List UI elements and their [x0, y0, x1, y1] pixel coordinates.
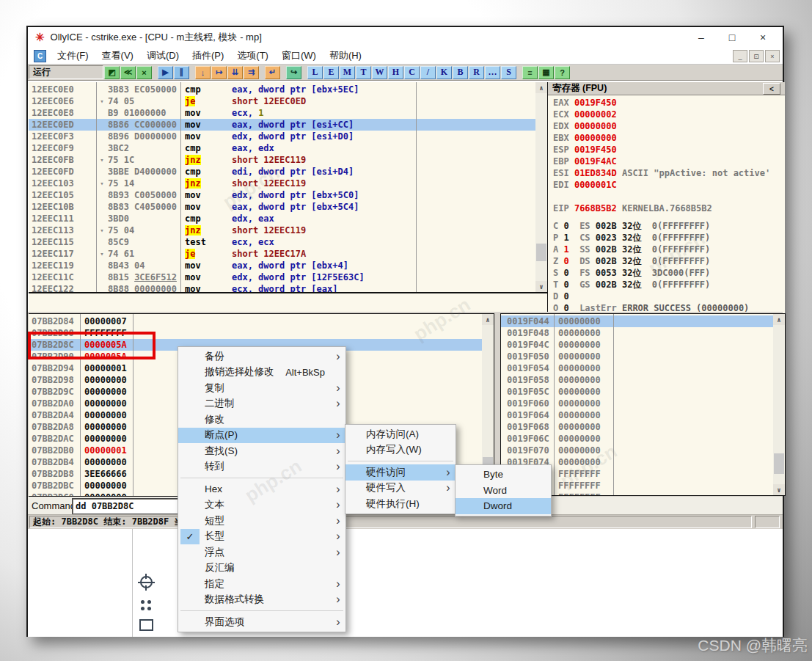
disassembly-row[interactable]: 12EEC122 8B88 00000000 mov ecx, dword pt… — [29, 283, 547, 292]
register-row[interactable]: EBP 0019F4AC — [553, 156, 785, 167]
register-row[interactable]: EBX 00000000 — [553, 132, 785, 144]
eip-register-row[interactable]: EIP 7668B5B2 KERNELBA.7668B5B2 — [553, 202, 785, 214]
threads-button[interactable]: T — [356, 66, 371, 79]
disassembly-row[interactable]: 12EEC0FB ▾ 75 1C jnz short 12EEC119 — [29, 154, 547, 166]
mdi-minimize-button[interactable]: _ — [733, 50, 747, 62]
register-row[interactable]: ESI 01ED834D ASCII "ppActive: not active… — [553, 167, 785, 179]
menubar-item[interactable]: 文件(F) — [51, 49, 95, 62]
stack-scrollbar[interactable]: ∧ ∨ — [773, 314, 785, 495]
disassembly-scrollbar[interactable]: ∧ ∨ — [535, 82, 547, 292]
stack-row[interactable]: 0019F05C 00000000 — [501, 386, 785, 398]
run-button[interactable]: ▶ — [158, 66, 173, 79]
hardware-size-item[interactable]: Dword — [456, 498, 551, 514]
stack-row[interactable]: 0019F058 00000000 — [501, 374, 785, 386]
context-menu-item[interactable] — [178, 475, 345, 481]
flag-row[interactable]: S 0 FS 0053 32位 3DC000(FFF) — [553, 267, 785, 279]
breakpoint-submenu-item[interactable]: 硬件访问 — [345, 464, 456, 481]
execute-till-return-button[interactable]: ↵ — [265, 66, 280, 79]
breakpoint-submenu-item[interactable]: 硬件执行(H) — [345, 496, 456, 512]
scrollbar-thumb[interactable] — [536, 244, 546, 261]
context-menu-item[interactable]: 短型 — [178, 513, 345, 529]
restart-button[interactable]: ≪ — [120, 66, 136, 79]
context-menu-item[interactable]: 指定 — [178, 576, 345, 592]
log-window-button[interactable]: L — [307, 66, 323, 79]
context-menu-item[interactable]: 反汇编 — [178, 560, 345, 577]
flag-row[interactable]: A 1 SS 002B 32位 0(FFFFFFFF) — [553, 244, 785, 255]
appearance-button[interactable]: ▦ — [538, 66, 554, 79]
minimize-button[interactable]: – — [686, 27, 717, 48]
breakpoint-submenu-item[interactable] — [345, 458, 456, 464]
target-icon[interactable] — [140, 576, 153, 588]
go-to-address-button[interactable]: ↪ — [286, 66, 301, 79]
mdi-restore-button[interactable]: ⊡ — [749, 50, 764, 62]
context-menu-item[interactable]: Hex — [178, 481, 345, 497]
flag-row[interactable]: P 1 CS 0023 32位 0(FFFFFFFF) — [553, 232, 785, 244]
stack-row[interactable]: 0019F060 00000000 — [501, 398, 785, 409]
patches-button[interactable]: / — [420, 66, 436, 79]
disassembly-row[interactable]: 12EEC113 ▾ 75 04 jnz short 12EEC119 — [29, 224, 547, 236]
collapse-button[interactable]: < — [763, 83, 780, 95]
context-menu-item[interactable]: 断点(P) — [178, 428, 345, 444]
dots-icon[interactable] — [141, 600, 145, 604]
handles-button[interactable]: H — [388, 66, 403, 79]
disassembly-row[interactable]: 12EEC117 ▾ 74 61 je short 12EEC17A — [29, 248, 547, 260]
disassembly-row[interactable]: 12EEC111 3BD0 cmp edx, eax — [29, 213, 547, 224]
menubar-item[interactable]: 窗口(W) — [275, 49, 323, 62]
source-button[interactable]: S — [501, 66, 516, 79]
windows-button[interactable]: W — [372, 66, 387, 79]
scroll-up-icon[interactable]: ∧ — [482, 314, 494, 325]
dump-row[interactable]: 07BB2D84 00000007 — [29, 315, 494, 327]
stack-row[interactable]: 0019F070 00000000 — [501, 445, 785, 456]
animate-over-button[interactable]: ⇉ — [244, 66, 259, 79]
stack-row[interactable]: 0019F050 00000000 — [501, 351, 785, 362]
menubar-item[interactable]: 查看(V) — [95, 49, 140, 62]
maximize-button[interactable]: □ — [717, 27, 747, 48]
menubar-item[interactable]: 调试(D) — [140, 49, 186, 62]
breakpoint-submenu-item[interactable]: 内存访问(A) — [345, 426, 456, 442]
context-menu-item[interactable]: 备份 — [178, 348, 345, 365]
disassembly-row[interactable]: 12EEC0ED 8B86 CC000000 mov eax, dword pt… — [29, 119, 547, 131]
context-menu-item[interactable]: 二进制 — [178, 396, 345, 412]
breakpoints-button[interactable]: B — [453, 66, 468, 79]
square-icon[interactable] — [139, 619, 153, 631]
breakpoint-submenu-item[interactable]: 硬件写入 — [345, 481, 456, 497]
options-button[interactable]: ≡ — [522, 66, 538, 79]
scroll-down-icon[interactable]: ∨ — [773, 484, 785, 495]
disassembly-row[interactable]: 12EEC0E0 3B83 EC050000 cmp eax, dword pt… — [29, 84, 547, 95]
scroll-up-icon[interactable]: ∧ — [773, 314, 785, 325]
breakpoint-submenu-item[interactable]: 内存写入(W) — [345, 442, 456, 459]
context-menu-item[interactable]: 数据格式转换 — [178, 592, 345, 608]
disassembly-row[interactable]: 12EEC0E6 ▾ 74 05 je short 12EEC0ED — [29, 95, 547, 107]
cpu-window-button[interactable]: C — [404, 66, 420, 79]
scroll-up-icon[interactable]: ∧ — [535, 82, 547, 93]
context-menu-item[interactable]: 修改 — [178, 412, 345, 428]
flag-row[interactable]: D 0 — [553, 291, 785, 302]
context-menu-item[interactable] — [178, 607, 345, 614]
flag-row[interactable]: T 0 GS 002B 32位 0(FFFFFFFF) — [553, 279, 785, 291]
context-menu-item[interactable]: 查找(S) — [178, 443, 345, 459]
step-over-button[interactable]: ↦ — [211, 66, 227, 79]
disassembly-row[interactable]: 12EEC115 85C9 test ecx, ecx — [29, 236, 547, 248]
context-menu-item[interactable]: 文本 — [178, 497, 345, 514]
menubar-item[interactable]: 帮助(H) — [323, 49, 368, 62]
stack-row[interactable]: 0019F048 00000000 — [501, 327, 785, 339]
mdi-close-button[interactable]: × — [765, 50, 780, 62]
menubar-item[interactable]: 选项(T) — [230, 49, 275, 62]
context-menu-item[interactable]: 撤销选择处修改 Alt+BkSp — [178, 365, 345, 381]
register-row[interactable]: EDX 00000000 — [553, 120, 785, 132]
register-row[interactable]: ESP 0019F450 — [553, 144, 785, 156]
register-row[interactable]: ECX 00000002 — [553, 109, 785, 120]
pause-button[interactable]: ∥ — [174, 66, 189, 79]
context-menu-item[interactable]: 界面选项 — [178, 614, 345, 630]
help-button[interactable]: ? — [555, 66, 570, 79]
flag-row[interactable]: Z 0 DS 002B 32位 0(FFFFFFFF) — [553, 255, 785, 267]
disassembly-row[interactable]: 12EEC0F3 8B96 D0000000 mov edx, dword pt… — [29, 131, 547, 142]
context-menu-item[interactable]: 转到 — [178, 459, 345, 475]
close-button[interactable]: × — [747, 27, 778, 48]
register-row[interactable]: EAX 0019F450 — [553, 97, 785, 109]
context-menu-item[interactable]: 复制 — [178, 380, 345, 396]
disassembly-row[interactable]: 12EEC11C 8B15 3CE6F512 mov edx, dword pt… — [29, 271, 547, 283]
disassembly-row[interactable]: 12EEC105 8B93 C0050000 mov edx, dword pt… — [29, 189, 547, 201]
open-file-button[interactable]: ◩ — [104, 66, 120, 79]
hardware-size-item[interactable]: Byte — [456, 467, 551, 483]
